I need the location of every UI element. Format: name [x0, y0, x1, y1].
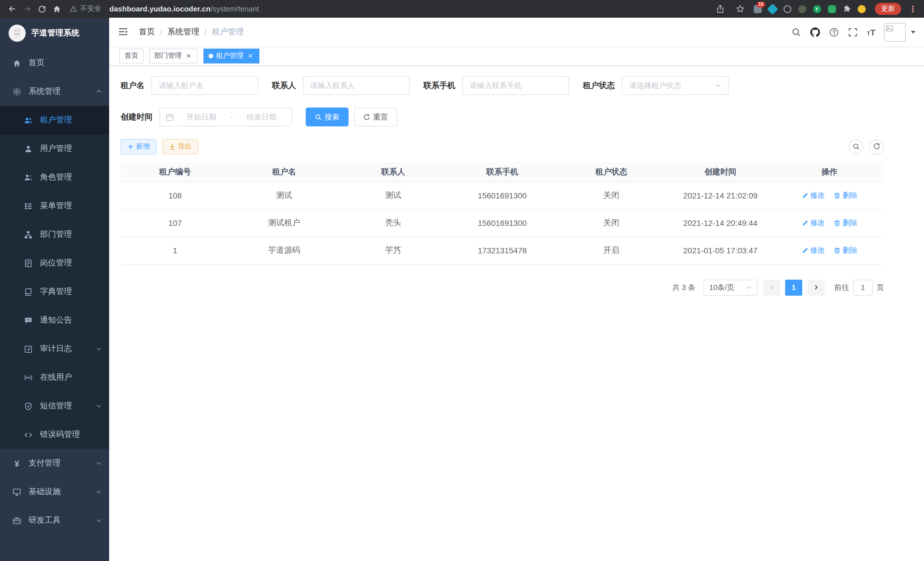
delete-button[interactable]: 删除 — [834, 190, 857, 201]
github-icon[interactable] — [810, 27, 820, 37]
sidebar-item-tenant[interactable]: 租户管理 — [0, 106, 109, 134]
sidebar-item-errorcode[interactable]: 错误码管理 — [0, 420, 109, 449]
sidebar-item-label: 菜单管理 — [40, 201, 72, 211]
monitor-icon — [13, 487, 21, 496]
sidebar-logo[interactable]: 芋道管理系统 — [0, 18, 109, 49]
edit-log-icon — [24, 344, 33, 353]
delete-button[interactable]: 删除 — [834, 218, 857, 228]
sidebar-item-dept[interactable]: 部门管理 — [0, 220, 109, 249]
edit-button[interactable]: 修改 — [801, 245, 825, 256]
sidebar-item-sms[interactable]: 短信管理 — [0, 392, 109, 420]
tab-home[interactable]: 首页 — [119, 48, 143, 63]
toggle-search-button[interactable] — [849, 139, 863, 154]
edit-button[interactable]: 修改 — [801, 190, 825, 201]
sidebar-item-pay[interactable]: ¥ 支付管理 — [0, 449, 109, 478]
refresh-icon — [363, 114, 370, 120]
contact-input[interactable] — [303, 76, 410, 95]
sidebar-item-label: 系统管理 — [28, 86, 61, 97]
share-icon[interactable] — [712, 2, 728, 16]
address-bar[interactable]: dashboard.yudao.iocoder.cn/system/tenant — [110, 5, 712, 13]
extension-icon-teal[interactable] — [767, 4, 777, 14]
status-label: 租户状态 — [583, 80, 615, 91]
reset-button[interactable]: 重置 — [354, 108, 397, 126]
header-search-icon[interactable] — [791, 27, 801, 37]
browser-update-button[interactable]: 更新 — [875, 3, 901, 15]
top-navbar: 首页 / 系统管理 / 租户管理 TT — [109, 18, 924, 46]
cell-mobile: 15601691300 — [448, 209, 557, 237]
browser-menu-icon[interactable]: ⋮ — [906, 4, 920, 14]
filter-row-2: 创建时间 开始日期 - 结束日期 搜索 重置 — [121, 108, 884, 126]
sidebar-item-role[interactable]: 角色管理 — [0, 163, 109, 192]
sidebar-item-label: 基础设施 — [28, 487, 61, 497]
fullscreen-icon[interactable] — [848, 27, 858, 37]
profile-avatar-icon[interactable] — [856, 4, 866, 14]
mobile-label: 联系手机 — [423, 80, 455, 91]
sidebar-item-post[interactable]: 岗位管理 — [0, 249, 109, 277]
sidebar-item-auditlog[interactable]: 审计日志 — [0, 335, 109, 363]
sidebar-item-system[interactable]: 系统管理 — [0, 77, 109, 106]
main-area: 首页 / 系统管理 / 租户管理 TT 首页 — [109, 18, 924, 561]
tenant-users-icon — [24, 116, 33, 124]
sidebar-item-notice[interactable]: 通知公告 — [0, 306, 109, 335]
sidebar-item-home[interactable]: 首页 — [0, 49, 109, 77]
puzzle-extensions-icon[interactable] — [842, 4, 851, 14]
system-submenu: 租户管理 用户管理 角色管理 菜单管理 部门管理 岗位管理 — [0, 106, 109, 449]
delete-button[interactable]: 删除 — [834, 245, 857, 256]
breadcrumb-section[interactable]: 系统管理 — [167, 27, 200, 37]
status-select[interactable]: 请选择租户状态 — [622, 76, 729, 95]
extension-icon-badged[interactable]: 10 — [753, 4, 762, 14]
filter-row-1: 租户名 联系人 联系手机 租户状态 请选择租户状态 — [121, 76, 884, 95]
forward-icon[interactable] — [20, 2, 34, 16]
close-icon[interactable]: × — [246, 52, 254, 60]
extension-icon-chat[interactable] — [827, 4, 837, 14]
avatar[interactable] — [884, 23, 906, 41]
sidebar-item-infra[interactable]: 基础设施 — [0, 478, 109, 506]
font-size-icon[interactable]: TT — [867, 28, 875, 36]
add-button[interactable]: 新增 — [121, 139, 157, 154]
sidebar-item-label: 部门管理 — [40, 229, 72, 240]
reload-icon[interactable] — [34, 2, 49, 16]
page-number-button[interactable]: 1 — [785, 279, 802, 295]
cell-status: 关闭 — [557, 182, 666, 209]
edit-button[interactable]: 修改 — [801, 218, 825, 228]
tab-tenant[interactable]: 租户管理 × — [203, 48, 260, 63]
sidebar-item-dict[interactable]: 字典管理 — [0, 277, 109, 306]
sidebar-item-menu[interactable]: 菜单管理 — [0, 192, 109, 220]
code-icon — [24, 430, 33, 439]
refresh-table-button[interactable] — [869, 139, 884, 154]
search-button[interactable]: 搜索 — [306, 108, 349, 126]
extension-icon-ring[interactable] — [782, 4, 792, 14]
browser-home-icon[interactable] — [49, 2, 64, 16]
prev-page-button[interactable] — [763, 279, 780, 295]
toolbar-right — [849, 139, 884, 154]
sidebar-item-online[interactable]: 在线用户 — [0, 363, 109, 392]
bookmark-star-icon[interactable] — [733, 2, 747, 16]
back-icon[interactable] — [4, 2, 20, 16]
logo-image — [9, 25, 26, 42]
export-button[interactable]: 导出 — [162, 139, 198, 154]
sidebar-collapse-icon[interactable] — [118, 26, 129, 38]
extension-icon-green-y[interactable]: Y — [812, 4, 822, 14]
breadcrumb-home[interactable]: 首页 — [139, 27, 155, 37]
search-icon — [315, 114, 322, 120]
tenant-name-input[interactable] — [152, 76, 258, 95]
extension-icon-olive[interactable] — [797, 4, 807, 14]
tab-dept[interactable]: 部门管理 × — [149, 48, 198, 63]
page-size-select[interactable]: 10条/页 — [704, 279, 758, 295]
sidebar-item-user[interactable]: 用户管理 — [0, 134, 109, 163]
close-icon[interactable]: × — [184, 52, 193, 60]
extension-badge: 10 — [757, 2, 765, 8]
goto-page-input[interactable] — [853, 279, 873, 295]
help-icon[interactable] — [829, 27, 839, 37]
avatar-caret-icon[interactable] — [911, 31, 915, 33]
browser-chrome: 不安全 dashboard.yudao.iocoder.cn/system/te… — [0, 0, 924, 18]
date-range-picker[interactable]: 开始日期 - 结束日期 — [159, 108, 292, 126]
chevron-left-icon — [768, 284, 775, 290]
col-mobile: 联系手机 — [448, 162, 557, 182]
security-indicator[interactable]: 不安全 — [70, 4, 101, 14]
sidebar-item-devtools[interactable]: 研发工具 — [0, 506, 109, 535]
tenant-table: 租户编号 租户名 联系人 联系手机 租户状态 创建时间 操作 108 测试 测试 — [121, 162, 884, 265]
next-page-button[interactable] — [807, 279, 825, 295]
mobile-input[interactable] — [462, 76, 569, 95]
breadcrumb-separator: / — [160, 27, 162, 37]
